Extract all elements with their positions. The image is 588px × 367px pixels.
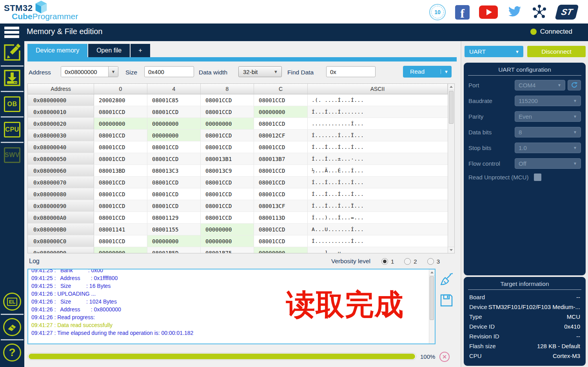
hex-cell[interactable]: 08001CCD <box>94 177 147 188</box>
hex-cell[interactable]: 08001CCD <box>94 188 147 200</box>
ten-years-badge-icon[interactable]: 10 <box>429 4 446 20</box>
hex-cell[interactable]: 08001CCD <box>254 118 308 129</box>
hex-cell[interactable]: 080013CF <box>254 200 308 212</box>
address-cell[interactable]: 0x08000070 <box>28 177 94 188</box>
hex-cell[interactable]: 08001CCD <box>201 212 254 223</box>
hex-cell[interactable]: 08001CCD <box>147 177 201 188</box>
hex-cell[interactable]: 08001CCD <box>201 130 254 141</box>
scroll-down-icon[interactable] <box>448 247 454 253</box>
hex-cell[interactable]: 08001CCD <box>254 235 308 247</box>
tab-device-memory[interactable]: Device memory <box>27 44 87 57</box>
hex-cell[interactable]: 00000000 <box>147 118 201 129</box>
hex-cell[interactable]: 08001CCD <box>147 153 201 165</box>
hex-cell[interactable]: 00000000 <box>94 247 147 253</box>
hex-cell[interactable]: 08001CCD <box>147 200 201 212</box>
address-cell[interactable]: 0x080000C0 <box>28 235 94 247</box>
hex-cell[interactable]: 08001CCD <box>94 106 147 118</box>
address-cell[interactable]: 0x08000030 <box>28 130 94 141</box>
hex-cell[interactable]: 20002800 <box>94 94 147 106</box>
address-cell[interactable]: 0x08000020 <box>28 118 94 129</box>
read-unprotect-checkbox[interactable] <box>534 174 541 181</box>
address-cell[interactable]: 0x08000050 <box>28 153 94 165</box>
verbosity-option-1[interactable]: 1 <box>381 258 394 265</box>
hex-cell[interactable]: 08001CCD <box>254 141 308 153</box>
address-cell[interactable]: 0x08000080 <box>28 188 94 200</box>
scrollbar-thumb[interactable] <box>430 276 434 320</box>
field-select-parity[interactable]: Even▼ <box>515 111 581 122</box>
field-select-flow-control[interactable]: Off▼ <box>515 158 581 169</box>
hex-cell[interactable]: 08001CCD <box>94 235 147 247</box>
tab-open-file[interactable]: Open file <box>88 44 130 57</box>
hex-cell[interactable]: 08001CCD <box>201 141 254 153</box>
find-data-input[interactable] <box>326 66 376 77</box>
sidebar-item-external-loaders[interactable]: EL <box>0 289 24 314</box>
hex-cell[interactable]: 08001155 <box>147 224 201 235</box>
radio-icon[interactable] <box>404 258 411 265</box>
scroll-up-icon[interactable] <box>448 84 454 90</box>
hex-cell[interactable]: 08001CCD <box>94 200 147 212</box>
hex-cell[interactable]: 080013B7 <box>254 153 308 165</box>
facebook-icon[interactable]: f <box>455 5 470 20</box>
interface-select[interactable]: UART ▼ <box>465 46 523 57</box>
scrollbar-thumb[interactable] <box>449 91 454 124</box>
hex-cell[interactable]: 08001CCD <box>94 212 147 223</box>
hex-cell[interactable]: 08001CCD <box>254 188 308 200</box>
hex-cell[interactable]: 080012CF <box>254 130 308 141</box>
hex-cell[interactable]: 08001CCD <box>254 165 308 176</box>
hex-cell[interactable]: 080013B1 <box>201 153 254 165</box>
st-logo-icon[interactable]: ST <box>555 5 579 20</box>
field-select-port[interactable]: COM4▼ <box>515 80 565 90</box>
hex-cell[interactable]: 08001B75 <box>201 247 254 253</box>
table-scrollbar[interactable] <box>448 84 454 253</box>
community-network-icon[interactable] <box>532 4 547 21</box>
hex-cell[interactable]: 08001C85 <box>147 94 201 106</box>
hex-cell[interactable]: 08001CCD <box>201 188 254 200</box>
hex-cell[interactable]: 08001CCD <box>94 130 147 141</box>
youtube-icon[interactable] <box>479 5 498 19</box>
verbosity-option-3[interactable]: 3 <box>427 258 440 265</box>
radio-icon[interactable] <box>381 258 388 265</box>
hex-cell[interactable]: 080013C3 <box>147 165 201 176</box>
hex-cell[interactable]: 080013C9 <box>201 165 254 176</box>
hex-cell[interactable]: 08001141 <box>94 224 147 235</box>
address-cell[interactable]: 0x080000B0 <box>28 224 94 235</box>
address-cell[interactable]: 0x080000A0 <box>28 212 94 223</box>
twitter-icon[interactable] <box>507 5 522 19</box>
radio-icon[interactable] <box>427 258 434 265</box>
field-select-data-bits[interactable]: 8▼ <box>515 127 581 137</box>
hex-cell[interactable]: 08001CCD <box>147 188 201 200</box>
address-cell[interactable]: 0x08000040 <box>28 141 94 153</box>
hamburger-menu-icon[interactable] <box>4 27 19 40</box>
verbosity-option-2[interactable]: 2 <box>404 258 417 265</box>
hex-cell[interactable]: 08001CCD <box>201 200 254 212</box>
hex-cell[interactable]: 08001CCD <box>254 94 308 106</box>
hex-cell[interactable]: 080013BD <box>94 165 147 176</box>
hex-cell[interactable]: 08001CCD <box>94 153 147 165</box>
hex-cell[interactable]: 00000000 <box>147 235 201 247</box>
sidebar-item-swv[interactable]: SWV <box>0 143 24 167</box>
hex-cell[interactable]: 00000000 <box>147 130 201 141</box>
hex-cell[interactable]: 00000000 <box>254 106 308 118</box>
hex-cell[interactable]: 08001129 <box>147 212 201 223</box>
address-cell[interactable]: 0x08000000 <box>28 94 94 106</box>
size-input[interactable] <box>144 66 194 77</box>
hex-cell[interactable]: 08001CCD <box>201 106 254 118</box>
hex-cell[interactable]: 08001CCD <box>94 141 147 153</box>
cancel-operation-icon[interactable]: ✕ <box>439 352 450 362</box>
data-width-select[interactable]: 32-bit ▼ <box>238 66 282 77</box>
refresh-button[interactable] <box>568 80 581 90</box>
address-cell[interactable]: 0x08000060 <box>28 165 94 176</box>
hex-cell[interactable]: 08001CCD <box>147 106 201 118</box>
sidebar-item-option-bytes[interactable]: OB <box>0 92 24 116</box>
hex-cell[interactable]: 08001CCD <box>201 94 254 106</box>
sidebar-item-download[interactable] <box>0 67 24 91</box>
hex-cell[interactable]: 00000000 <box>254 247 308 253</box>
save-log-floppy-icon[interactable] <box>439 293 454 309</box>
clear-log-broom-icon[interactable] <box>439 272 454 289</box>
sidebar-item-cpu[interactable]: CPU <box>0 118 24 142</box>
log-scrollbar[interactable] <box>429 269 435 343</box>
address-dropdown-button[interactable]: ▼ <box>108 67 118 77</box>
disconnect-button[interactable]: Disconnect <box>527 46 586 57</box>
hex-cell[interactable]: 00000000 <box>201 224 254 235</box>
tab-new-tab[interactable]: + <box>131 44 150 57</box>
